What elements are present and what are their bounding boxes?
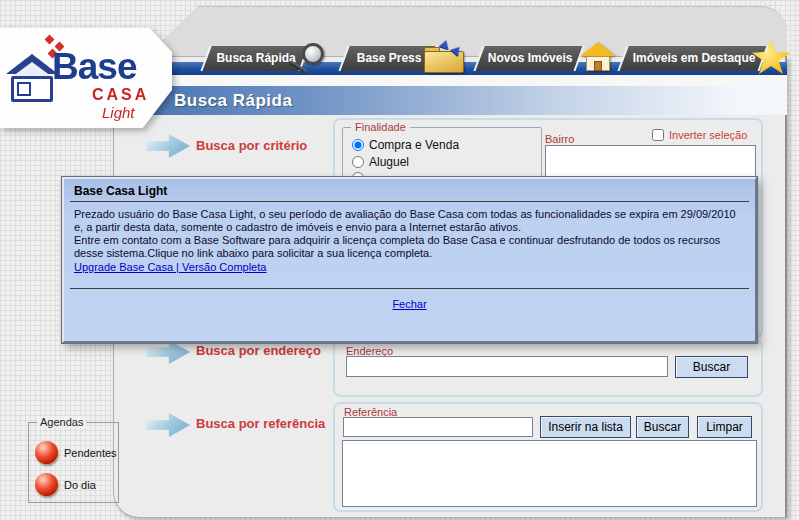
dialog-body-2: Entre em contato com a Base Software par…	[74, 234, 745, 260]
logo-panel: Base CASA Light	[0, 28, 172, 128]
section-label-criterio[interactable]: Busca por critério	[196, 138, 307, 153]
page-title: Busca Rápida	[174, 91, 292, 111]
dialog-body-1: Prezado usuário do Base Casa Light, o se…	[74, 208, 745, 234]
tab-imoveis-destaque[interactable]: Imóveis em Destaque	[617, 46, 768, 71]
dialog-footer-rule	[70, 288, 749, 289]
radio-compra-e-venda-input[interactable]	[352, 139, 364, 151]
license-dialog: Base Casa Light Prezado usuário do Base …	[62, 177, 757, 343]
agendas-item-pendentes[interactable]: Pendentes	[35, 441, 117, 464]
agendas-legend: Agendas	[37, 416, 86, 428]
radio-aluguel[interactable]: Aluguel	[352, 155, 409, 169]
tab-imoveis-destaque-label: Imóveis em Destaque	[625, 46, 763, 65]
dialog-title-rule	[70, 201, 749, 202]
endereco-input[interactable]	[346, 356, 668, 377]
red-sphere-icon[interactable]	[35, 473, 58, 496]
finalidade-legend: Finalidade	[351, 121, 410, 133]
page-header: Busca Rápida	[150, 86, 787, 115]
referencia-listbox[interactable]	[342, 440, 757, 507]
limpar-button[interactable]: Limpar	[697, 416, 752, 438]
magnifier-icon	[294, 43, 328, 77]
red-sphere-icon[interactable]	[35, 441, 58, 464]
logo-casa-text: CASA	[92, 86, 149, 104]
section-label-endereco[interactable]: Busca por endereço	[196, 343, 321, 358]
logo-smoke-icon	[45, 35, 55, 45]
bairro-label: Bairro	[545, 133, 574, 145]
app-screen: Busca Rápida Busca Rápida Base Press Nov…	[0, 0, 799, 520]
endereco-buscar-button[interactable]: Buscar	[675, 356, 748, 378]
logo-light-text: Light	[102, 104, 135, 121]
inverter-selecao-checkbox[interactable]: Inverter seleção	[652, 129, 747, 141]
upgrade-link[interactable]: Upgrade Base Casa | Versão Completa	[74, 261, 266, 274]
folder-icon	[424, 44, 466, 73]
tab-base-press[interactable]: Base Press	[338, 46, 437, 71]
radio-aluguel-input[interactable]	[352, 156, 364, 168]
inserir-na-lista-button[interactable]: Inserir na lista	[540, 416, 631, 438]
tab-novos-imoveis[interactable]: Novos Imóveis	[473, 46, 584, 71]
inverter-selecao-input[interactable]	[652, 129, 664, 141]
header-separator	[150, 75, 787, 86]
referencia-buscar-button[interactable]: Buscar	[636, 416, 689, 438]
house-icon	[580, 42, 616, 72]
dialog-title: Base Casa Light	[74, 185, 745, 198]
referencia-input[interactable]	[343, 417, 533, 437]
section-label-referencia[interactable]: Busca por referência	[196, 416, 325, 431]
agendas-item-do-dia[interactable]: Do dia	[35, 473, 96, 496]
logo-base-text: Base	[52, 46, 136, 88]
tab-base-press-label: Base Press	[346, 46, 432, 65]
radio-compra-e-venda[interactable]: Compra e Venda	[352, 138, 459, 152]
fechar-link[interactable]: Fechar	[392, 298, 426, 310]
agendas-panel: Agendas Pendentes Do dia	[28, 422, 119, 503]
tab-novos-imoveis-label: Novos Imóveis	[481, 46, 579, 65]
